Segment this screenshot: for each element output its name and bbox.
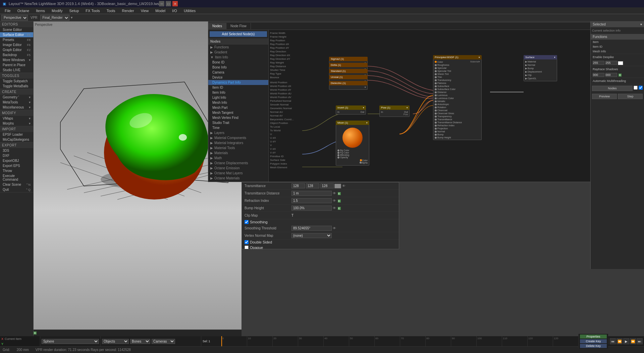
shadow-val-2[interactable] — [605, 73, 617, 77]
parent-in-place-btn[interactable]: Parent in Place — [0, 62, 33, 68]
nl-item-id[interactable]: Item ID — [208, 85, 268, 90]
transmittance-distance-input[interactable] — [291, 191, 332, 196]
bump-height-input[interactable] — [291, 206, 332, 211]
nodes-checkbox[interactable] — [634, 86, 638, 90]
menu-tools[interactable]: Tools — [103, 8, 119, 13]
export-3ds-btn[interactable]: 3DS — [0, 148, 33, 153]
tab-nodes[interactable]: Nodes — [208, 23, 226, 29]
timeline-ruler[interactable]: 0 10 20 30 40 50 60 70 80 90 100 110 120… — [221, 336, 578, 346]
nodes-btn[interactable]: Nodes — [592, 86, 633, 91]
nl-mesh-tangent[interactable]: Mesh Tangent — [208, 110, 268, 115]
studio-live-btn[interactable]: Studio LIVE — [0, 68, 33, 73]
preview-btn[interactable]: Preview — [592, 94, 617, 99]
dielectric-node[interactable]: Dielectric (1) ▾ — [329, 81, 368, 90]
mixer-node[interactable]: Mixer (1) ▾ Bg Color Fg Color Blending O… — [336, 121, 369, 166]
smoothing-threshold-input[interactable] — [291, 226, 332, 231]
presets-btn[interactable]: Presets F8 — [0, 37, 33, 42]
tab-node-flow[interactable]: Node Flow — [226, 23, 251, 29]
st-eye-icon[interactable]: 👁 — [333, 226, 336, 230]
category-octane-materials[interactable]: ▶ Octane Materials — [208, 176, 268, 181]
transport-prev-btn[interactable]: ⏪ — [616, 338, 623, 344]
execute-command-btn[interactable]: Execute Command — [0, 173, 33, 182]
menu-render[interactable]: Render — [119, 8, 138, 13]
cameras-select[interactable]: Cameras — [152, 339, 175, 344]
td-eye-icon[interactable]: 👁 — [333, 191, 336, 195]
transmittance-g-input[interactable] — [306, 183, 319, 188]
throw-btn[interactable]: Throw — [0, 168, 33, 173]
invert-node[interactable]: Invert (1) ▾ InOut — [336, 105, 366, 115]
nl-dynamics-part-info[interactable]: Dynamics Part Info — [208, 80, 268, 85]
menu-view[interactable]: View — [138, 8, 152, 13]
transmittance-r-input[interactable] — [291, 183, 305, 188]
smoothing-checkbox[interactable] — [245, 220, 249, 224]
toggle-subpatch-btn[interactable]: Toggle Subpatch — [0, 79, 33, 84]
vertex-normal-map-select[interactable]: (none) — [291, 233, 332, 238]
category-layers[interactable]: ▶ Layers — [208, 130, 268, 135]
vmaps-btn[interactable]: VMaps ▾ — [0, 116, 33, 121]
double-sided-checkbox[interactable] — [245, 240, 249, 244]
add-selected-nodes-btn[interactable]: Add Selected Node(s) — [210, 31, 267, 37]
render-target-select[interactable]: Final_Render — [40, 15, 69, 21]
nl-mesh-part[interactable]: Mesh Part — [208, 105, 268, 110]
scene-editor-btn[interactable]: Scene Editor — [0, 27, 33, 32]
toggle-metaballs-btn[interactable]: Toggle MetaBalls — [0, 84, 33, 89]
clear-scene-btn[interactable]: Clear Scene ⌃N — [0, 182, 33, 187]
minimize-button[interactable]: ─ — [159, 1, 164, 6]
category-octane-mat-layers[interactable]: ▶ Octane Mat Layers — [208, 171, 268, 176]
principled-bsdf-node[interactable]: Principled BSDF (1) ▾ Color Material▾ Ro… — [433, 55, 482, 140]
menu-setup[interactable]: Setup — [66, 8, 83, 13]
nl-studio-trait[interactable]: Studio Trait — [208, 120, 268, 125]
image-editor-btn[interactable]: Image Editor F6 — [0, 42, 33, 47]
transport-end-btn[interactable]: ⏭ — [637, 338, 643, 344]
category-octane-emission[interactable]: ▶ Octane Emission — [208, 166, 268, 171]
bh-eye-icon[interactable]: 👁 — [333, 206, 336, 210]
bones-select[interactable]: Bones — [130, 339, 150, 344]
export-obj-btn[interactable]: ExportOBJ — [0, 158, 33, 163]
category-octane-displacements[interactable]: ▶ Octane Displacements — [208, 161, 268, 166]
color-val-2[interactable] — [605, 61, 617, 65]
metatools-btn[interactable]: MetaTools ▾ — [0, 100, 33, 105]
category-item-info[interactable]: ▼ Item Info — [208, 55, 268, 60]
category-material-tools[interactable]: ▶ Material Tools — [208, 145, 268, 150]
current-item-select[interactable]: Sphere — [42, 339, 99, 344]
transport-start-btn[interactable]: ⏮ — [610, 338, 616, 344]
nl-camera[interactable]: Camera — [208, 70, 268, 75]
surface-output-node[interactable]: Surface ▾ ▶ Material ▶ Normal ▶ Bump ▶ D… — [524, 55, 557, 81]
nl-bone-id[interactable]: Bone ID — [208, 60, 268, 65]
delete-key-btn[interactable]: Delete Key — [580, 344, 607, 348]
opaque-checkbox[interactable] — [245, 246, 249, 249]
pow-node[interactable]: Pow (1) ▾ InOut Pow — [379, 105, 410, 117]
transport-next-btn[interactable]: ⏩ — [630, 338, 636, 344]
menu-fx-tools[interactable]: FX Tools — [82, 8, 103, 13]
category-functions[interactable]: ▶ Functions — [208, 45, 268, 50]
category-material-components[interactable]: ▶ Material Components — [208, 135, 268, 140]
surface-editor-btn[interactable]: Surface Editor F5 — [0, 32, 33, 37]
transmittance-eye-icon[interactable]: 👁 — [342, 184, 345, 188]
miscellaneous-btn[interactable]: Miscellaneous ▾ — [0, 105, 33, 110]
maximize-button[interactable]: □ — [166, 1, 171, 6]
more-windows-btn[interactable]: More Windows ▾ — [0, 57, 33, 62]
menu-modify[interactable]: Modify — [48, 8, 66, 13]
export-eps-btn[interactable]: Export EPS — [0, 163, 33, 168]
menu-utilities[interactable]: Utilities — [180, 8, 199, 13]
properties-btn[interactable]: Properties — [580, 335, 607, 339]
menu-model[interactable]: Model — [152, 8, 169, 13]
morphs-btn[interactable]: Morphs ▾ — [0, 121, 33, 126]
menu-items[interactable]: Items — [33, 8, 48, 13]
timeline-playhead[interactable] — [221, 336, 222, 346]
category-math[interactable]: ▶ Math — [208, 156, 268, 161]
nl-time[interactable]: Time — [208, 125, 268, 130]
menu-octane[interactable]: Octane — [14, 8, 33, 13]
nl-light-info[interactable]: Light Info — [208, 95, 268, 100]
view-mode-select[interactable]: Perspective — [1, 15, 28, 21]
category-gradient[interactable]: ▶ Gradient — [208, 50, 268, 55]
quit-btn[interactable]: Quit ⌃Q — [0, 187, 33, 192]
export-dxf-btn[interactable]: DXF — [0, 153, 33, 158]
color-val-1[interactable] — [593, 61, 604, 65]
nodes-checkbox2[interactable] — [639, 86, 643, 90]
transport-play-btn[interactable]: ▶ — [623, 338, 629, 344]
transmittance-b-input[interactable] — [320, 183, 334, 188]
nl-device[interactable]: Device — [208, 75, 268, 80]
node-canvas[interactable]: Frame Width Frame Height Ray Position Ra… — [269, 30, 644, 182]
objects-select[interactable]: Objects — [102, 339, 129, 344]
